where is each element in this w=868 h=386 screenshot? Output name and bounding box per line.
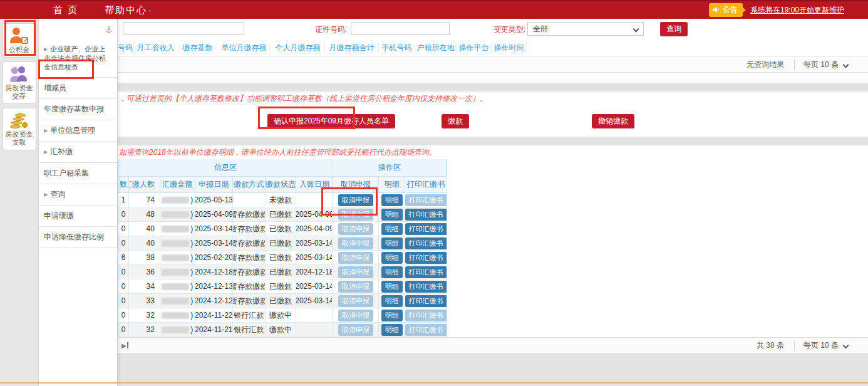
cancel-declare-button[interactable]: 取消申报 [338,209,373,221]
detail-button[interactable]: 明细 [381,223,403,235]
cancel-declare-button[interactable]: 取消申报 [338,237,373,249]
cell-amount: ) [160,236,195,250]
detail-button[interactable]: 明细 [381,281,403,293]
cell-entry-date: 2025-03-14 [296,236,333,250]
cell-people-count: 36 [129,265,160,279]
menu-item-unit-info[interactable]: ▶单位信息管理 [39,120,117,142]
cell-count: 0 [118,265,129,279]
cancel-declare-button[interactable]: 取消申报 [338,295,373,307]
base-adjust-notice: ，可通过首页的【个人缴存基数修改】功能调整职工缴存基数（线上渠道住房公积金年度内… [118,91,868,105]
menu-item-huanjiao[interactable]: 申请缓缴 [39,206,117,227]
cancel-pay-button[interactable]: 撤销缴款 [592,114,634,128]
detail-button[interactable]: 明细 [381,252,403,264]
print-button[interactable]: 打印汇缴书 [405,281,447,293]
help-caret: - [148,6,152,15]
filter-bar: 证件号码: 变更类型: 全部 查询 [118,19,868,39]
column-header: 个人月缴存额 [271,43,325,53]
divider-strip [118,83,868,91]
cell-amount: ) [160,308,195,322]
change-type-label: 变更类型: [493,24,525,35]
change-type-select[interactable]: 全部 [527,22,644,36]
cell-pay-method: 暂存款缴款 [233,294,266,308]
cell-entry-date: 2024-12-18 [296,265,333,279]
maintenance-notice-link[interactable]: 系统将在19:00开始更新维护 [750,5,844,16]
divider-strip [118,137,868,145]
cell-pay-method [233,193,266,207]
submenu-panel: ⚓ ▶企业破产、企业上市合法合规住房公积金信息核查 增减员 年度缴存基数申报 ▶… [39,19,118,386]
detail-button[interactable]: 明细 [381,237,403,249]
cell-declare-date: 2024-11-22 [195,308,233,322]
cell-count: 0 [118,207,129,221]
cell-entry-date: 2025-04-09 [296,222,333,236]
name-input[interactable] [123,22,244,35]
cancel-declare-button[interactable]: 取消申报 [338,310,373,321]
print-button[interactable]: 打印汇缴书 [405,209,447,221]
cancel-declare-button[interactable]: 取消申报 [338,252,373,264]
menu-item-enterprise-check[interactable]: ▶企业破产、企业上市合法合规住房公积金信息核查 [39,39,117,78]
column-header: 月工资收入 [133,43,178,53]
cell-pay-status: 已缴款 [266,279,297,293]
redacted-amount [162,298,189,305]
summary-table-footer: ▶ 共 38 条 每页 10 条 [118,337,868,353]
sidebar-item-label: 房改资金交存 [4,84,34,100]
cell-amount: ) [160,193,195,207]
search-button[interactable]: 查询 [660,22,688,36]
cell-declare-date: 2024-12-13 [195,279,233,293]
sidebar-item-fanggai-zhiqu[interactable]: 房改资金支取 [3,108,36,150]
sidebar-item-fanggai-jiaocun[interactable]: 房改资金交存 [3,61,36,104]
cell-amount: ) [160,207,195,221]
announcement-badge[interactable]: 公告 [709,3,743,17]
detail-button[interactable]: 明细 [381,194,403,206]
main-nav: 首 页 帮助中心- [0,4,153,16]
detail-button[interactable]: 明细 [381,295,403,307]
page-size-select[interactable]: 每页 10 条 [794,60,848,70]
print-button[interactable]: 打印汇缴书 [405,266,447,278]
confirm-declare-button[interactable]: 确认申报2025年09月缴存人员名单 [267,114,395,128]
menu-item-hukou-collect[interactable]: 职工户籍采集 [39,163,117,184]
cell-entry-date [296,323,333,336]
detail-button[interactable]: 明细 [381,324,403,336]
detail-button[interactable]: 明细 [381,310,403,321]
menu-item-query[interactable]: ▶查询 [39,184,117,206]
detail-button[interactable]: 明细 [381,266,403,278]
print-button[interactable]: 打印汇缴书 [405,295,447,307]
cell-declare-date: 2025-03-14 [195,222,233,236]
detail-button[interactable]: 明细 [381,209,403,221]
bottom-gold-line [0,382,868,383]
scroll-end-icon[interactable]: ▶ [121,342,128,349]
cancel-declare-button[interactable]: 取消申报 [338,324,373,336]
print-button[interactable]: 打印汇缴书 [405,310,447,321]
cell-count: 0 [118,279,129,293]
pay-button[interactable]: 缴款 [442,114,469,128]
cell-declare-date: 2025-05-13 [195,193,233,207]
page-size-select[interactable]: 每页 10 条 [794,340,848,351]
menu-item-zengjianyuan[interactable]: 增减员 [39,78,117,99]
cell-count: 0 [118,294,129,308]
id-number-input[interactable] [351,22,450,35]
sidebar-item-label: 房改资金支取 [4,130,34,147]
cancel-declare-button[interactable]: 取消申报 [338,194,373,206]
print-button[interactable]: 打印汇缴书 [405,223,447,235]
cancel-declare-button[interactable]: 取消申报 [338,281,373,293]
cell-amount: ) [160,265,195,279]
cell-people-count: 74 [129,193,160,207]
cell-pay-status: 未缴款 [266,193,297,207]
nav-help-center[interactable]: 帮助中心- [105,4,152,16]
anchor-icon[interactable]: ⚓ [105,25,113,34]
cell-entry-date [296,308,333,322]
print-button[interactable]: 打印汇缴书 [405,194,447,206]
print-button[interactable]: 打印汇缴书 [405,252,447,264]
print-button[interactable]: 打印汇缴书 [405,237,447,249]
menu-item-huibujiao[interactable]: ▶汇补缴 [39,142,117,163]
menu-item-lower-ratio[interactable]: 申请降低缴存比例 [39,227,117,248]
nav-home[interactable]: 首 页 [53,4,78,16]
sidebar-item-gongjijin[interactable]: 公积金 [3,23,36,58]
menu-item-annual-base[interactable]: 年度缴存基数申报 [39,99,117,120]
column-header: 打印汇缴书 [405,177,447,192]
column-header: 数 [118,177,129,192]
cancel-declare-button[interactable]: 取消申报 [338,223,373,235]
person-edit-icon [10,28,29,44]
print-button[interactable]: 打印汇缴书 [405,324,447,336]
cancel-declare-button[interactable]: 取消申报 [338,266,373,278]
cell-entry-date: 2025-03-14 [296,294,333,308]
